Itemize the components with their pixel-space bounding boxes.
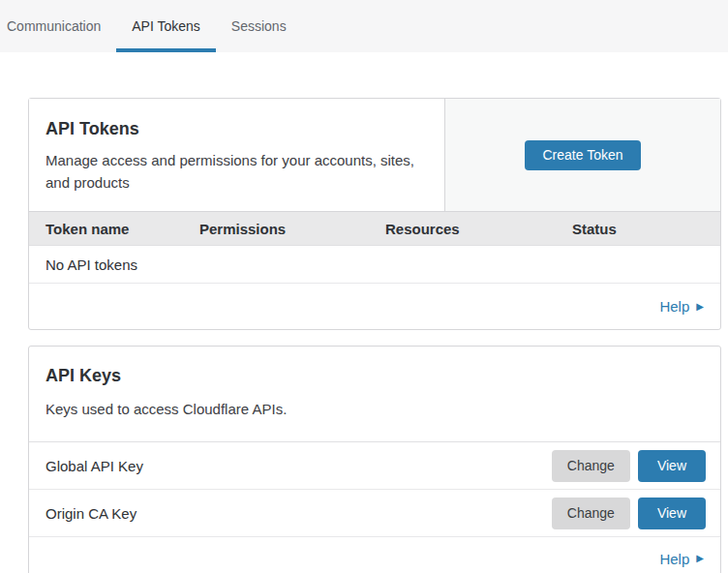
api-keys-card: API Keys Keys used to access Cloudflare … (28, 346, 721, 573)
change-global-api-key-button[interactable]: Change (552, 450, 630, 482)
column-header-resources: Resources (385, 221, 572, 237)
create-token-button[interactable]: Create Token (525, 140, 640, 170)
api-tokens-card: API Tokens Manage access and permissions… (28, 98, 721, 330)
api-keys-description: Keys used to access Cloudflare APIs. (46, 398, 433, 420)
view-origin-ca-key-button[interactable]: View (638, 498, 706, 529)
api-key-actions: Change View (552, 450, 706, 482)
api-keys-title: API Keys (46, 365, 704, 386)
api-key-name: Global API Key (46, 458, 552, 474)
keys-help-label: Help (659, 551, 689, 567)
api-tokens-card-header: API Tokens Manage access and permissions… (29, 99, 720, 212)
keys-card-footer: Help ▶ (29, 537, 720, 573)
tab-bar: Communication API Tokens Sessions (0, 0, 728, 52)
tokens-help-label: Help (659, 298, 689, 315)
tab-api-tokens[interactable]: API Tokens (116, 0, 216, 52)
tab-communication[interactable]: Communication (7, 0, 116, 52)
keys-help-link[interactable]: Help ▶ (659, 551, 704, 567)
api-key-name: Origin CA Key (46, 505, 552, 522)
help-arrow-icon: ▶ (696, 554, 704, 563)
tokens-help-link[interactable]: Help ▶ (659, 298, 704, 315)
api-key-row-origin-ca: Origin CA Key Change View (29, 490, 720, 537)
change-origin-ca-key-button[interactable]: Change (552, 498, 630, 529)
tokens-empty-row: No API tokens (29, 246, 720, 284)
main-content: API Tokens Manage access and permissions… (28, 98, 721, 573)
tab-sessions[interactable]: Sessions (216, 0, 302, 52)
api-key-actions: Change View (552, 498, 706, 529)
column-header-permissions: Permissions (199, 221, 385, 237)
help-arrow-icon: ▶ (696, 302, 704, 312)
tokens-table-header: Token name Permissions Resources Status (29, 212, 720, 246)
api-tokens-card-header-text: API Tokens Manage access and permissions… (29, 99, 445, 211)
api-key-row-global: Global API Key Change View (29, 442, 720, 490)
tokens-card-footer: Help ▶ (29, 284, 720, 329)
api-tokens-title: API Tokens (46, 118, 428, 139)
column-header-token-name: Token name (46, 221, 199, 237)
api-tokens-description: Manage access and permissions for your a… (46, 149, 428, 194)
api-tokens-action-panel: Create Token (445, 99, 720, 211)
api-keys-card-header: API Keys Keys used to access Cloudflare … (29, 347, 720, 442)
view-global-api-key-button[interactable]: View (638, 450, 706, 482)
tokens-empty-message: No API tokens (46, 256, 137, 273)
column-header-status: Status (572, 221, 720, 237)
